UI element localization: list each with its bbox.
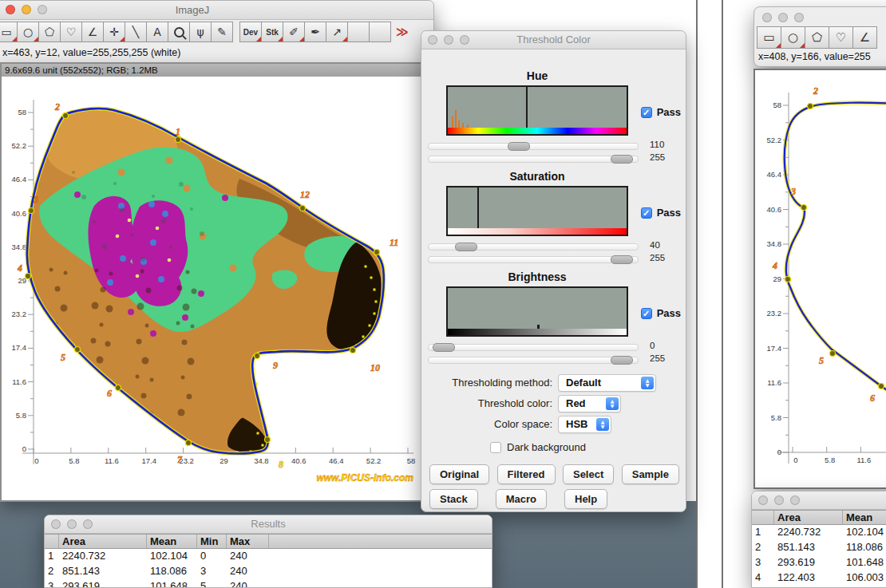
close-icon[interactable]	[6, 5, 15, 14]
close-icon[interactable]	[428, 35, 437, 45]
max-slider-track[interactable]	[428, 357, 639, 364]
image-canvas[interactable]: 5852.246.440.634.82923.217.411.65.8005.8…	[2, 77, 422, 499]
oval-icon: ○	[788, 30, 798, 45]
help-button[interactable]: Help	[564, 489, 607, 509]
tool-rectangle[interactable]: ▭	[0, 22, 18, 42]
stack-button[interactable]: Stack	[429, 489, 478, 509]
results-col-num[interactable]	[45, 535, 59, 548]
tool-stacks[interactable]: Stk	[261, 22, 283, 42]
tool-wand[interactable]: ╲	[125, 22, 147, 42]
tool-oval[interactable]: ○	[781, 26, 805, 49]
tool-brush[interactable]: ✐	[283, 22, 305, 42]
zoom-window-icon[interactable]	[460, 35, 469, 45]
select-red[interactable]: Red▲▼	[558, 395, 621, 412]
close-icon[interactable]	[758, 495, 768, 505]
select-default[interactable]: Default▲▼	[558, 374, 656, 392]
results-col-Area[interactable]: Area	[774, 511, 843, 524]
filtered-button[interactable]: Filtered	[497, 464, 556, 484]
zoom-window-icon[interactable]	[83, 519, 93, 529]
pass-checkbox[interactable]: ✓	[641, 308, 652, 319]
minimize-icon[interactable]	[774, 495, 784, 505]
table-row[interactable]: 2851.143118.0863240	[45, 564, 492, 579]
results-col-Area[interactable]: Area	[59, 535, 147, 548]
table-row[interactable]: 2851.143118.086	[752, 540, 886, 555]
table-row[interactable]: 3293.619101.6485240	[45, 579, 492, 588]
tool-text[interactable]: A	[146, 22, 168, 42]
dark-background-checkbox[interactable]	[490, 442, 501, 453]
table-cell: 118.086	[147, 564, 197, 579]
minimize-icon[interactable]	[444, 35, 453, 45]
tool-spare-1[interactable]	[347, 22, 370, 42]
min-slider-thumb[interactable]	[433, 343, 455, 352]
tool-oval[interactable]: ○	[17, 22, 39, 42]
tool-polygon[interactable]: ⬠	[38, 22, 61, 42]
x-tick-label: 17.4	[141, 456, 156, 465]
tool-zoom[interactable]	[168, 22, 190, 42]
select-button[interactable]: Select	[563, 464, 614, 484]
imagej-titlebar[interactable]: ImageJ	[0, 1, 433, 20]
tool-dev[interactable]: Dev	[239, 22, 262, 42]
tool-fill[interactable]: ✒	[304, 22, 326, 42]
slider-value: 255	[650, 253, 665, 262]
tool-spare-2[interactable]	[369, 22, 391, 42]
more-tools-button[interactable]: ≫	[396, 25, 409, 39]
tool-angle[interactable]: ∠	[81, 22, 104, 42]
outline-plot-window[interactable]: 5852.246.440.634.82923.217.411.65.8005.8…	[753, 69, 886, 489]
threshold-titlebar[interactable]: Threshold Color	[421, 31, 686, 49]
stepper-icon[interactable]: ▲▼	[641, 377, 654, 389]
tool-rectangle[interactable]: ▭	[757, 26, 781, 49]
table-row[interactable]: 3293.619101.648	[752, 555, 886, 570]
pass-checkbox[interactable]: ✓	[641, 107, 652, 118]
minimize-icon[interactable]	[67, 519, 77, 529]
image-window-title[interactable]: 9.6x69.6 unit (552x552); RGB; 1.2MB	[2, 64, 422, 77]
select-label: Thresholding method:	[421, 374, 552, 392]
table-row[interactable]: 4122.403106.003	[752, 570, 886, 586]
table-row[interactable]: 12240.732102.104	[752, 525, 886, 540]
tool-freehand[interactable]: ♡	[60, 22, 82, 42]
tool-freehand[interactable]: ♡	[829, 26, 853, 49]
tool-dropper[interactable]: ✎	[211, 22, 233, 42]
table-row[interactable]: 12240.732102.1040240	[45, 549, 492, 564]
results-col-Min[interactable]: Min	[197, 535, 227, 548]
x-tick-label: 52.2	[366, 456, 382, 465]
minimize-icon[interactable]	[22, 5, 31, 14]
max-slider-track[interactable]	[428, 156, 639, 163]
sample-button[interactable]: Sample	[622, 464, 679, 484]
tool-point[interactable]: ✛	[103, 22, 125, 42]
min-slider-track[interactable]	[428, 143, 639, 150]
results-col-Max[interactable]: Max	[227, 535, 269, 548]
slider-row: 110	[428, 142, 692, 150]
zoom-window-icon[interactable]	[794, 13, 804, 22]
results-col-Mean[interactable]: Mean	[843, 511, 886, 524]
max-slider-thumb[interactable]	[611, 155, 633, 164]
stepper-icon[interactable]: ▲▼	[596, 418, 609, 431]
minimize-icon[interactable]	[778, 13, 788, 22]
slider-row: 255	[428, 356, 692, 364]
max-slider-thumb[interactable]	[611, 356, 633, 365]
results-col-num[interactable]	[752, 511, 774, 524]
close-icon[interactable]	[762, 13, 772, 22]
min-slider-thumb[interactable]	[508, 142, 530, 151]
point-label-6: 6	[870, 393, 875, 404]
macro-button[interactable]: Macro	[496, 489, 547, 509]
max-slider-track[interactable]	[428, 256, 639, 263]
max-slider-thumb[interactable]	[611, 255, 633, 264]
tool-angle[interactable]: ∠	[852, 26, 877, 49]
select-hsb[interactable]: HSB▲▼	[558, 416, 611, 433]
pass-checkbox[interactable]: ✓	[641, 207, 652, 219]
results-titlebar[interactable]: Results	[45, 515, 492, 534]
zoom-window-icon[interactable]	[790, 495, 800, 505]
original-button[interactable]: Original	[429, 464, 489, 484]
results-col-Mean[interactable]: Mean	[147, 535, 197, 548]
table-cell: 101.648	[843, 555, 886, 570]
tool-hand[interactable]: ψ	[189, 22, 212, 42]
tool-arrow[interactable]: ↗	[326, 22, 348, 42]
min-slider-thumb[interactable]	[455, 243, 477, 251]
zoom-window-icon[interactable]	[38, 5, 47, 14]
close-icon[interactable]	[51, 519, 61, 529]
min-slider-track[interactable]	[428, 243, 639, 251]
stepper-icon[interactable]: ▲▼	[606, 397, 619, 410]
tool-polygon[interactable]: ⬠	[805, 26, 829, 49]
results-titlebar-right[interactable]	[752, 491, 886, 510]
min-slider-track[interactable]	[428, 344, 639, 351]
